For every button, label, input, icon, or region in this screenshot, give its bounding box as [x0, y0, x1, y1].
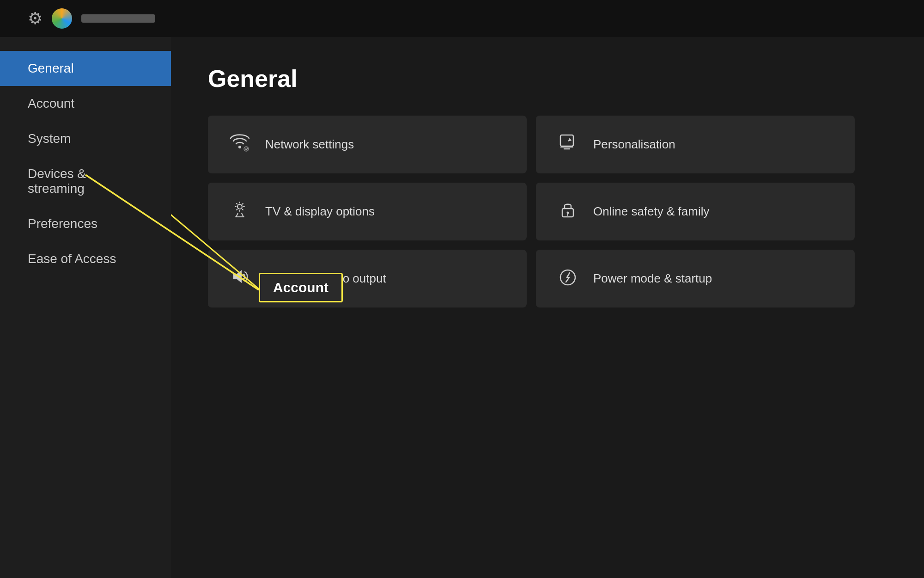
svg-point-5 [237, 204, 242, 209]
card-network[interactable]: Network settings [208, 116, 527, 173]
card-tv-display-label: TV & display options [265, 204, 375, 219]
card-volume-audio[interactable]: Volume & audio output [208, 250, 527, 307]
card-online-safety[interactable]: Online safety & family [536, 183, 855, 240]
svg-line-15 [242, 213, 243, 217]
card-power-mode[interactable]: Power mode & startup [536, 250, 855, 307]
card-power-mode-label: Power mode & startup [593, 271, 712, 286]
sidebar-item-general[interactable]: General [0, 51, 171, 86]
network-icon [228, 132, 251, 157]
tv-display-icon [228, 199, 251, 224]
page-title: General [208, 65, 887, 92]
card-network-label: Network settings [265, 137, 354, 152]
card-personalisation[interactable]: Personalisation [536, 116, 855, 173]
svg-point-1 [244, 147, 249, 151]
svg-line-10 [237, 203, 237, 204]
content-area: General Network settings [171, 37, 924, 578]
online-safety-icon [556, 199, 579, 224]
power-mode-icon [556, 266, 579, 291]
sidebar-item-account[interactable]: Account [0, 86, 171, 121]
username-placeholder [81, 14, 155, 23]
sidebar-item-preferences[interactable]: Preferences [0, 206, 171, 241]
personalisation-icon [556, 132, 579, 157]
svg-line-14 [236, 213, 238, 217]
sidebar-item-ease[interactable]: Ease of Access [0, 241, 171, 277]
svg-line-12 [243, 203, 243, 204]
card-online-safety-label: Online safety & family [593, 204, 709, 219]
svg-line-13 [237, 209, 237, 210]
top-bar: ⚙ [0, 0, 924, 37]
annotation-tooltip: Account [259, 273, 343, 302]
volume-audio-icon [228, 266, 251, 291]
sidebar: General Account System Devices & streami… [0, 37, 171, 578]
svg-point-0 [238, 146, 241, 148]
card-personalisation-label: Personalisation [593, 137, 675, 152]
main-layout: General Account System Devices & streami… [0, 37, 924, 578]
svg-line-11 [243, 209, 243, 210]
sidebar-item-system[interactable]: System [0, 121, 171, 156]
svg-marker-20 [233, 270, 242, 283]
card-tv-display[interactable]: TV & display options [208, 183, 527, 240]
sidebar-item-devices[interactable]: Devices & streaming [0, 156, 171, 206]
settings-icon: ⚙ [28, 9, 43, 28]
avatar [52, 8, 72, 29]
